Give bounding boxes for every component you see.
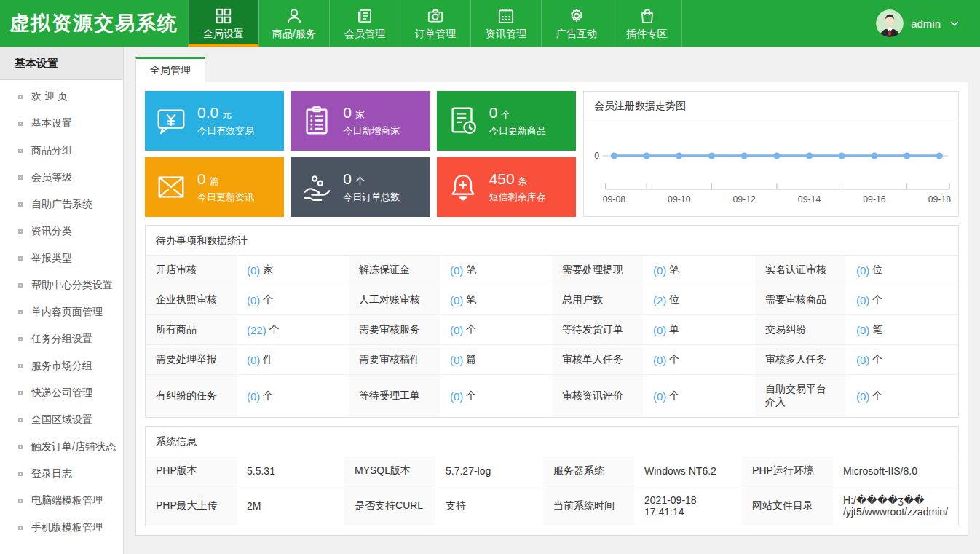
sidebar-item-0[interactable]: 欢 迎 页 xyxy=(0,83,123,110)
yen-bubble-icon xyxy=(154,104,188,138)
grid-icon xyxy=(214,7,233,25)
stat-value: Microsoft-IIS/8.0 xyxy=(833,456,958,486)
sidebar-item-3[interactable]: 会员等级 xyxy=(0,164,123,191)
stat-card-1[interactable]: 0家今日新增商家 xyxy=(291,91,430,151)
stat-unit: 个 xyxy=(466,389,476,403)
nav-item-6[interactable]: 插件专区 xyxy=(612,0,682,47)
stat-number: (0) xyxy=(856,324,869,336)
nav-item-4[interactable]: 资讯管理 xyxy=(470,0,541,47)
sidebar-item-7[interactable]: 帮助中心分类设置 xyxy=(0,272,123,298)
stat-number: (0) xyxy=(653,324,666,336)
sidebar-item-4[interactable]: 自助广告系统 xyxy=(0,191,123,218)
todo-grid: 开店审核(0)家解冻保证金(0)笔需要处理提现(0)笔实名认证审核(0)位企业执… xyxy=(146,256,958,417)
nav-item-3[interactable]: 订单管理 xyxy=(400,0,470,47)
card-value: 0 xyxy=(197,170,206,187)
sidebar-item-8[interactable]: 单内容页面管理 xyxy=(0,298,123,325)
stat-card-2[interactable]: 0个今日更新商品 xyxy=(437,91,576,151)
stat-unit: 件 xyxy=(263,353,273,366)
bullet-icon xyxy=(18,202,23,207)
sidebar-item-6[interactable]: 举报类型 xyxy=(0,245,123,272)
sidebar-item-12[interactable]: 全国区域设置 xyxy=(0,406,123,433)
nav-item-2[interactable]: 会员管理 xyxy=(329,0,400,47)
nav-label: 商品/服务 xyxy=(272,28,316,41)
bullet-icon xyxy=(18,445,23,449)
stat-number: (0) xyxy=(247,354,260,366)
stat-label: 需要审核稿件 xyxy=(349,345,440,375)
stat-value: (0)笔 xyxy=(440,256,552,285)
stat-number: (2) xyxy=(653,294,666,306)
data-point xyxy=(676,152,682,159)
nav-label: 广告互动 xyxy=(556,28,597,41)
x-axis-label: 09-16 xyxy=(863,194,886,205)
stat-label: 等待发货订单 xyxy=(552,315,643,345)
sidebar-item-1[interactable]: 基本设置 xyxy=(0,110,123,137)
news-icon xyxy=(355,7,374,25)
sidebar-item-2[interactable]: 商品分组 xyxy=(0,137,123,164)
stat-value: (0)笔 xyxy=(440,285,552,315)
sidebar-item-9[interactable]: 任务分组设置 xyxy=(0,325,123,352)
bag-icon xyxy=(638,7,657,25)
stat-label: 所有商品 xyxy=(146,315,237,345)
stat-card-0[interactable]: 0.0元今日有效交易 xyxy=(145,91,284,151)
nav-label: 插件专区 xyxy=(627,28,668,41)
card-value: 0 xyxy=(343,104,352,121)
sidebar-item-11[interactable]: 快递公司管理 xyxy=(0,379,123,406)
stat-unit: 个 xyxy=(669,389,679,403)
nav-item-0[interactable]: 全局设置 xyxy=(188,0,258,47)
user-menu[interactable]: admin xyxy=(876,0,980,47)
sidebar-item-14[interactable]: 登录日志 xyxy=(0,460,123,487)
nav-item-1[interactable]: 商品/服务 xyxy=(258,0,329,47)
sidebar-item-5[interactable]: 资讯分类 xyxy=(0,218,123,245)
chart-panel: 会员注册数据走势图 009-0809-1009-1209-1409-1609-1… xyxy=(583,91,959,217)
nav-label: 会员管理 xyxy=(344,28,385,41)
stat-label: 企业执照审核 xyxy=(146,285,237,315)
sidebar-item-13[interactable]: 触发订单/店铺状态 xyxy=(0,433,123,460)
card-unit: 个 xyxy=(355,175,365,186)
sidebar-item-15[interactable]: 电脑端模板管理 xyxy=(0,487,123,514)
stat-label: 开店审核 xyxy=(146,256,237,285)
x-axis-label: 09-10 xyxy=(668,194,691,205)
stat-label: 实名认证审核 xyxy=(755,256,846,285)
sidebar-item-label: 全国区域设置 xyxy=(31,413,92,427)
card-value: 450 xyxy=(489,170,515,187)
stat-number: (0) xyxy=(653,264,666,277)
x-axis-label: 09-14 xyxy=(798,194,821,205)
stat-number: (0) xyxy=(450,294,463,306)
x-axis-label: 09-12 xyxy=(732,194,756,205)
stat-value: (0)位 xyxy=(846,256,958,285)
bullet-icon xyxy=(18,337,23,341)
tab-global-management[interactable]: 全局管理 xyxy=(135,57,205,82)
nav-label: 资讯管理 xyxy=(486,28,526,41)
camera-icon xyxy=(426,7,445,25)
stat-value: (0)个 xyxy=(643,375,755,417)
stat-card-5[interactable]: 450条短信剩余库存 xyxy=(437,157,576,217)
stat-value: (0)单 xyxy=(643,315,755,345)
stat-number: (0) xyxy=(450,264,463,277)
stat-value: 5.5.31 xyxy=(237,456,344,486)
clipboard-icon xyxy=(300,104,333,138)
card-value: 0.0 xyxy=(197,104,218,121)
stat-value: (0)笔 xyxy=(643,256,755,285)
stat-value: (0)个 xyxy=(440,315,552,345)
stat-label: 网站文件目录 xyxy=(742,486,833,526)
stat-label: 自助交易平台介入 xyxy=(755,375,846,417)
data-point xyxy=(773,152,780,159)
stat-card-4[interactable]: 0个今日订单总数 xyxy=(291,157,430,217)
chevron-down-icon xyxy=(948,17,961,30)
stat-number: (0) xyxy=(247,390,260,403)
card-unit: 个 xyxy=(501,109,510,120)
nav-item-5[interactable]: 广告互动 xyxy=(541,0,612,47)
bullet-icon xyxy=(18,418,23,422)
stat-label: 审核多人任务 xyxy=(755,345,846,375)
sidebar-item-16[interactable]: 手机版模板管理 xyxy=(0,514,123,541)
stat-value: (0)个 xyxy=(846,285,958,315)
sidebar-item-10[interactable]: 服务市场分组 xyxy=(0,352,123,379)
stat-value: 2M xyxy=(237,486,344,526)
sysinfo-grid: PHP版本5.5.31MYSQL版本5.7.27-log服务器系统Windows… xyxy=(146,456,958,526)
stat-value: 支持 xyxy=(435,486,543,526)
sysinfo-panel-title: 系统信息 xyxy=(146,427,958,456)
stat-card-3[interactable]: 0篇今日更新资讯 xyxy=(145,157,284,217)
doc-clock-icon xyxy=(446,104,480,138)
stat-label: 服务器系统 xyxy=(543,456,634,486)
stat-unit: 位 xyxy=(872,264,882,277)
